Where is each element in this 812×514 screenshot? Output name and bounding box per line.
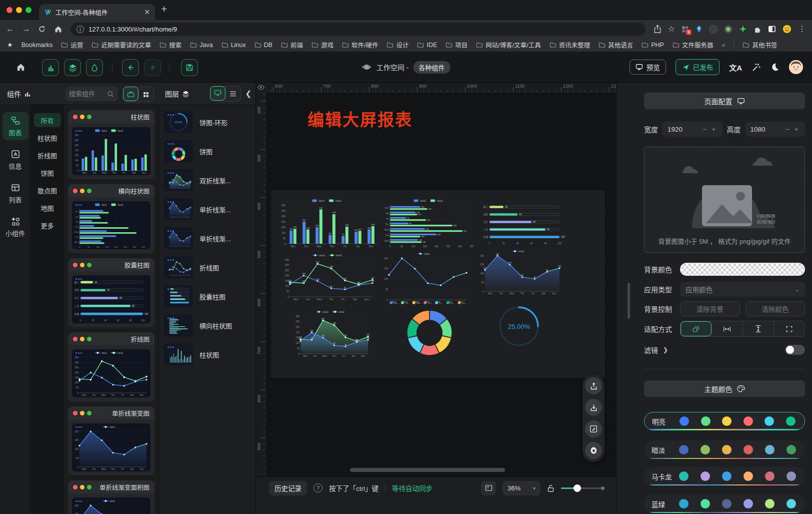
bookmark-folder[interactable]: PHP: [642, 42, 664, 49]
stepper-icons[interactable]: − +: [702, 125, 717, 133]
refresh-icon[interactable]: [38, 25, 46, 33]
save-button[interactable]: [181, 59, 198, 76]
traffic-light-zoom[interactable]: [26, 7, 32, 13]
slider-knob[interactable]: [574, 484, 581, 492]
component-card[interactable]: 柱状图data1data2050100150200250300350MonTue…: [68, 110, 154, 179]
address-bar[interactable]: i 127.0.0.1:3000/#/chart/home/9: [70, 23, 646, 36]
gradient-area-chart[interactable]: data1data2050100150200250300350136130312…: [293, 308, 372, 358]
bookmark-folder[interactable]: Linux: [222, 42, 246, 49]
layer-item[interactable]: 单折线渐...: [164, 227, 250, 249]
capsule-bar-chart[interactable]: 厦门20南阳40北京60上海80新疆100020406080100: [481, 200, 567, 246]
bg-color-swatch[interactable]: [680, 263, 805, 276]
extension-icon[interactable]: 9: [682, 26, 689, 33]
layers-thumbnail-view-button[interactable]: [210, 86, 226, 101]
layer-item[interactable]: 双折线渐...: [164, 169, 250, 191]
bar-chart[interactable]: data1data2050100150200250300350120136200…: [279, 197, 379, 248]
stepper-icons[interactable]: − +: [786, 125, 800, 133]
back-icon[interactable]: ←: [6, 25, 14, 33]
new-tab-button[interactable]: +: [161, 3, 167, 15]
bookmark-folder[interactable]: DB: [254, 42, 272, 49]
bookmark-folder[interactable]: IDE: [417, 42, 437, 49]
category-item[interactable]: 地图: [34, 201, 61, 215]
dashboard-group[interactable]: data1data2050100150200250300350120136200…: [271, 190, 605, 378]
bookmark-folder[interactable]: 设计: [386, 40, 408, 50]
fit-auto-button[interactable]: [680, 321, 712, 336]
edit-button[interactable]: [585, 420, 602, 437]
nav-item-widgets[interactable]: 小组件: [2, 213, 28, 241]
bookmark-folder[interactable]: 文件服务器: [672, 40, 714, 50]
unlock-icon[interactable]: [547, 484, 554, 492]
bookmark-folder[interactable]: 前端: [281, 40, 303, 50]
line-chart[interactable]: data1data2050100150200250300350120200150…: [282, 252, 376, 301]
home-icon[interactable]: [54, 25, 62, 34]
bookmark-folder[interactable]: 游戏: [312, 40, 334, 50]
single-line-chart[interactable]: data1050100150200MonTueWedThuFriSatSun: [382, 250, 470, 304]
puzzle-extensions-icon[interactable]: [754, 25, 762, 33]
bookmark-folder[interactable]: 软件/硬件: [342, 40, 378, 50]
help-icon[interactable]: ?: [314, 483, 322, 492]
search-input[interactable]: [69, 90, 105, 98]
magic-wand-icon[interactable]: [752, 63, 761, 72]
pin-extension-icon[interactable]: [696, 25, 702, 33]
theme-color-button[interactable]: 主题颜色: [644, 380, 805, 397]
redo-button[interactable]: [144, 59, 161, 76]
gradient-line-chart[interactable]: data10501001502001202001508070110130MonT…: [478, 248, 564, 296]
bookmark-folder[interactable]: 网站/博客/文章/工具: [476, 40, 540, 50]
bookmark-folder[interactable]: 其他语言: [598, 40, 633, 50]
eye-icon[interactable]: [258, 85, 264, 90]
bookmark-folder[interactable]: 资讯未整理: [550, 40, 590, 50]
background-upload-dropzone[interactable]: 背景图需小于 5M ， 格式为 png/jpg/gif 的文件: [644, 147, 805, 253]
extension-star-icon[interactable]: [739, 25, 747, 33]
preview-button[interactable]: 预览: [630, 60, 666, 75]
nav-item-charts[interactable]: 图表: [2, 112, 28, 140]
tab-close-icon[interactable]: ✕: [144, 9, 150, 16]
bookmark-star-icon[interactable]: ☆: [668, 25, 675, 33]
traffic-light-minimize[interactable]: [16, 7, 22, 13]
app-type-select[interactable]: 应用颜色⌄: [680, 282, 805, 297]
layer-item[interactable]: 25.00%饼图-环形: [164, 111, 250, 133]
grid-view-button[interactable]: [138, 87, 154, 102]
browser-menu-icon[interactable]: ⋮: [798, 25, 806, 33]
layer-item[interactable]: 横向柱状图: [164, 314, 250, 336]
bookmarks-overflow[interactable]: »: [722, 42, 725, 49]
workspace-name-badge[interactable]: 各种组件: [413, 61, 450, 74]
theme-row[interactable]: 暗淡: [644, 440, 805, 459]
toolbox-view-button[interactable]: [123, 87, 138, 101]
layer-item[interactable]: 单折线渐...: [164, 198, 250, 220]
page-config-button[interactable]: 页面配置: [644, 93, 805, 109]
zoom-slider[interactable]: [561, 487, 603, 489]
fit-stretch-button[interactable]: [774, 321, 804, 336]
zoom-select[interactable]: 36%▾: [502, 481, 540, 495]
filter-toggle[interactable]: [785, 345, 805, 355]
components-toggle-button[interactable]: [42, 59, 59, 76]
horizontal-scrollbar[interactable]: [350, 468, 505, 472]
export-button[interactable]: [585, 377, 602, 394]
category-item[interactable]: 柱状图: [34, 131, 61, 145]
traffic-light-close[interactable]: [6, 7, 12, 13]
component-card[interactable]: 胶囊柱图厦门20南阳40北京60上海80新疆100020406080100: [68, 258, 154, 327]
canvas-content[interactable]: 编辑大屏报表 data1data205010015020025030035012…: [266, 93, 616, 514]
bookmark-folder[interactable]: 项目: [446, 40, 468, 50]
category-item[interactable]: 散点图: [34, 183, 61, 197]
theme-row[interactable]: 明亮: [644, 412, 805, 430]
settings-button[interactable]: [585, 442, 602, 459]
clear-background-button[interactable]: 清除背景: [680, 301, 740, 316]
category-item[interactable]: 更多: [34, 218, 61, 232]
bookmark-folder[interactable]: 运营: [61, 40, 83, 50]
fit-width-button[interactable]: [712, 321, 742, 336]
extension-icon[interactable]: [709, 25, 718, 34]
collapse-panel-icon[interactable]: ❮: [245, 89, 252, 98]
layout-panel-button[interactable]: [481, 481, 496, 495]
layer-item[interactable]: 饼图: [164, 140, 250, 162]
share-icon[interactable]: [654, 25, 662, 34]
height-input[interactable]: 1080− +: [746, 122, 806, 137]
theme-row[interactable]: 马卡龙: [644, 467, 805, 485]
user-avatar[interactable]: [789, 60, 803, 74]
pie-donut-chart[interactable]: MonTueWedThuFriSatSun: [376, 299, 482, 356]
category-item[interactable]: 饼图: [34, 166, 61, 180]
browser-tab[interactable]: 工作空间-各种组件 ✕: [39, 4, 155, 20]
publish-button[interactable]: 已发布: [676, 59, 720, 75]
clear-color-button[interactable]: 清除颜色: [746, 301, 806, 316]
screen-title-text[interactable]: 编辑大屏报表: [308, 107, 412, 131]
details-toggle-button[interactable]: [86, 59, 103, 76]
